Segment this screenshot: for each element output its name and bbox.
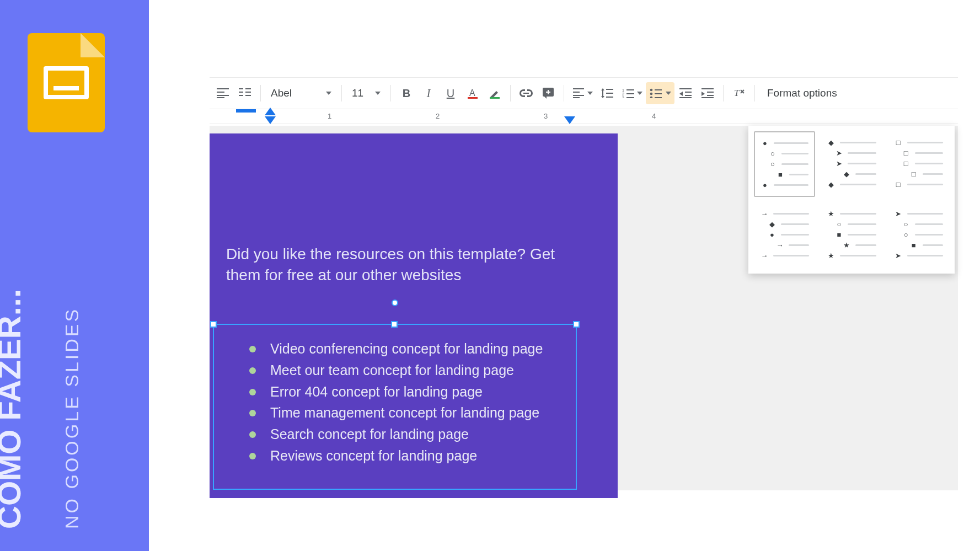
list-item[interactable]: Reviews concept for landing page <box>242 445 554 467</box>
bullet-preset-line: ◆ <box>760 220 809 228</box>
link-icon <box>520 87 533 100</box>
paragraph-list-icon <box>238 87 251 100</box>
bold-button[interactable]: B <box>395 82 417 104</box>
bullet-preset-line: ○ <box>761 160 808 168</box>
bullet-preset-line: → <box>760 210 809 218</box>
bullet-preset-line: □ <box>894 180 943 189</box>
align-list-button[interactable] <box>234 82 256 104</box>
bullet-preset-0[interactable]: ●○○■● <box>754 131 815 197</box>
resize-handle[interactable] <box>210 321 217 328</box>
bullet-preset-line: ★ <box>827 241 876 249</box>
ruler-margin-indicator[interactable] <box>236 109 256 113</box>
list-item[interactable]: Video conferencing concept for landing p… <box>242 338 554 360</box>
svg-text:T: T <box>734 88 740 98</box>
align-left-icon <box>216 87 229 100</box>
line-spacing-button[interactable] <box>596 82 618 104</box>
bullet-preset-line: ➤ <box>827 159 876 168</box>
text-color-button[interactable]: A <box>462 82 484 104</box>
decrease-indent-button[interactable] <box>674 82 697 104</box>
bullet-glyph-icon: ➤ <box>894 252 903 260</box>
bullet-preset-line: ★ <box>827 252 876 260</box>
left-indent-marker[interactable] <box>265 116 276 124</box>
numbered-list-button[interactable]: 123 <box>618 82 646 104</box>
rotation-handle[interactable] <box>392 299 398 306</box>
toolbar: Abel 11 B I U A <box>210 78 958 109</box>
bullet-preset-2[interactable]: □□□□□ <box>888 131 949 197</box>
slide-canvas[interactable]: Did you like the resources on this templ… <box>210 126 958 490</box>
bullet-glyph-icon: ○ <box>902 231 911 239</box>
bullet-preset-line: ◆ <box>827 170 876 178</box>
horizontal-align-button[interactable] <box>569 82 596 104</box>
bullet-preset-line: ● <box>760 231 809 239</box>
font-size-select[interactable]: 11 <box>346 82 386 104</box>
align-left-button[interactable] <box>212 82 234 104</box>
bullet-glyph-icon: ○ <box>902 220 911 228</box>
italic-button[interactable]: I <box>417 82 440 104</box>
bullet-glyph-icon: ■ <box>776 170 785 179</box>
bullet-preset-3[interactable]: →◆●→→ <box>754 202 815 268</box>
ruler-mark: 1 <box>328 112 331 120</box>
format-options-button[interactable]: Format options <box>759 82 845 104</box>
font-size-label: 11 <box>352 87 363 99</box>
svg-point-9 <box>650 97 653 98</box>
bullet-preset-line: → <box>760 252 809 260</box>
selected-text-box[interactable]: Video conferencing concept for landing p… <box>213 324 577 490</box>
bullet-glyph-icon: ➤ <box>834 159 843 168</box>
bullet-glyph-icon: □ <box>902 159 911 168</box>
bullet-preset-1[interactable]: ◆➤➤◆◆ <box>821 131 882 197</box>
bullet-list[interactable]: Video conferencing concept for landing p… <box>242 338 554 467</box>
bullet-preset-4[interactable]: ★○■★★ <box>821 202 882 268</box>
underline-icon: U <box>444 87 457 100</box>
resize-handle[interactable] <box>573 321 580 328</box>
highlighter-icon <box>488 87 501 100</box>
clear-format-icon: T <box>732 87 746 100</box>
bulleted-list-button[interactable] <box>646 82 674 104</box>
first-line-indent-marker[interactable] <box>265 108 276 115</box>
bullet-preset-line: ➤ <box>894 210 943 218</box>
bullet-glyph-icon: ■ <box>834 231 843 239</box>
bullet-glyph-icon: → <box>760 252 769 260</box>
bullet-glyph-icon: ➤ <box>834 149 843 157</box>
increase-indent-button[interactable] <box>697 82 719 104</box>
bullet-glyph-icon: □ <box>909 170 918 178</box>
slide-heading-text[interactable]: Did you like the resources on this templ… <box>226 244 568 286</box>
slide[interactable]: Did you like the resources on this templ… <box>210 133 618 498</box>
bullet-glyph-icon: □ <box>894 138 903 147</box>
bullet-preset-line: ★ <box>827 210 876 218</box>
svg-point-8 <box>650 93 653 95</box>
horizontal-ruler[interactable]: 1 2 3 4 <box>210 109 958 124</box>
sidebar-subtitle: NO GOOGLE SLIDES <box>61 307 83 529</box>
insert-comment-button[interactable] <box>537 82 559 104</box>
resize-handle[interactable] <box>391 321 398 328</box>
ruler-mark: 3 <box>544 112 548 120</box>
font-family-select[interactable]: Abel <box>265 82 337 104</box>
bulleted-list-icon <box>649 87 662 100</box>
bullet-glyph-icon: ○ <box>768 149 777 158</box>
tutorial-sidebar: COMO FAZER... NO GOOGLE SLIDES <box>0 0 149 551</box>
bullet-preset-line: ■ <box>761 170 808 179</box>
list-item[interactable]: Meet our team concept for landing page <box>242 360 554 381</box>
caret-down-icon <box>375 92 381 95</box>
svg-text:2: 2 <box>622 92 624 96</box>
bullet-glyph-icon: → <box>775 241 784 249</box>
list-item[interactable]: Time management concept for landing page <box>242 402 554 424</box>
bullet-glyph-icon: ★ <box>827 210 836 218</box>
list-item[interactable]: Error 404 concept for landing page <box>242 381 554 403</box>
list-item[interactable]: Search concept for landing page <box>242 424 554 445</box>
ruler-mark: 2 <box>436 112 440 120</box>
bullet-preset-line: □ <box>894 149 943 157</box>
bullet-preset-line: ■ <box>827 231 876 239</box>
bullet-preset-5[interactable]: ➤○○■➤ <box>888 202 949 268</box>
ruler-mark: 4 <box>652 112 656 120</box>
right-indent-marker[interactable] <box>564 116 575 124</box>
underline-button[interactable]: U <box>440 82 462 104</box>
line-spacing-icon <box>601 87 614 100</box>
bullet-glyph-icon: □ <box>902 149 911 157</box>
clear-formatting-button[interactable]: T <box>728 82 750 104</box>
text-color-icon: A <box>466 87 479 100</box>
highlight-button[interactable] <box>484 82 506 104</box>
bullet-style-popover: ●○○■●◆➤➤◆◆□□□□□→◆●→→★○■★★➤○○■➤ <box>748 126 955 274</box>
insert-link-button[interactable] <box>515 82 537 104</box>
bullet-glyph-icon: ● <box>761 181 769 189</box>
bullet-preset-line: ○ <box>827 220 876 228</box>
